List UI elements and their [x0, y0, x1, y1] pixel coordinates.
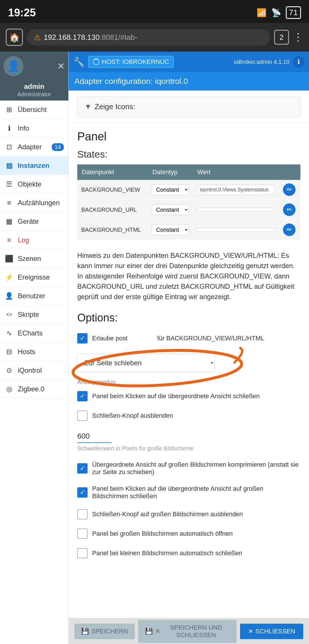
sidebar-item-szenen[interactable]: ⬛ Szenen — [0, 250, 68, 268]
sidebar-item-aufzahlungen[interactable]: ≡ Aufzählungen — [0, 194, 68, 212]
icons-collapsible[interactable]: ▼ Zeige Icons: — [77, 96, 300, 117]
sidebar-item-info[interactable]: ℹ Info — [0, 119, 68, 138]
sidebar-item-label: Aufzählungen — [18, 199, 60, 207]
content-area[interactable]: ▼ Zeige Icons: Panel States: Datenpunkt … — [69, 91, 309, 618]
close-button[interactable]: ✕ SCHLIESSEN — [240, 624, 303, 639]
wert-bg-html — [193, 220, 279, 240]
instanzen-icon: ▤ — [5, 162, 14, 170]
datenpunkt-bg-view: BACKGROUND_VIEW — [77, 180, 148, 200]
edit-col-bg-url: ✏ — [279, 200, 300, 220]
toolbar-version: ioBroker.admin 4.1.10 — [234, 59, 290, 65]
checkbox-auto-open[interactable] — [77, 529, 88, 539]
checkbox-erlaube[interactable]: ✓ — [77, 333, 88, 343]
options-title: Options: — [69, 309, 309, 329]
sidebar-item-log[interactable]: ≡ Log — [0, 231, 68, 250]
checkbox-panel-klicken[interactable]: ✓ — [77, 391, 88, 401]
sidebar-item-hosts[interactable]: ⊟ Hosts — [0, 343, 68, 361]
benutzer-icon: 👤 — [5, 292, 14, 300]
toolbar-info-icon[interactable]: ℹ — [293, 56, 304, 68]
browser-menu[interactable]: ⋮ — [293, 31, 303, 43]
col-action — [279, 164, 300, 180]
sidebar-item-label: iQontrol — [18, 366, 42, 374]
checkbox-compress[interactable]: ✓ — [77, 463, 88, 474]
gerate-icon: ▦ — [5, 217, 14, 225]
close-icon: ✕ — [248, 628, 253, 635]
top-toolbar: 🔧 HOST: IOBROKERNUC ioBroker.admin 4.1.1… — [69, 52, 309, 72]
checkbox-erlaube-label: Erlaube post für BACKGROUND_VIEW/URL/HTM… — [92, 335, 264, 342]
main-content: 🔧 HOST: IOBROKERNUC ioBroker.admin 4.1.1… — [69, 52, 309, 644]
sidebar-username: admin — [0, 81, 68, 91]
log-icon: ≡ — [5, 236, 14, 244]
sidebar-item-echarts[interactable]: ∿ ECharts — [0, 324, 68, 343]
datentyp-bg-url: Constant — [148, 200, 193, 220]
dropdown-zur-seite-container: Zur Seite schieben — [69, 351, 309, 375]
sidebar-item-label: Übersicht — [18, 106, 47, 114]
edit-button-bg-view[interactable]: ✏ — [283, 183, 296, 196]
save-close-button[interactable]: 💾 ✕ SPEICHERN UND SCHLIESSEN — [138, 620, 236, 643]
sidebar-item-skripte[interactable]: <> Skripte — [0, 305, 68, 324]
sidebar-item-iqontrol[interactable]: ⊙ iQontrol — [0, 361, 68, 380]
anzeigemodus-label: Anzeigemodus: — [69, 378, 309, 386]
save-button[interactable]: 💾 SPEICHERN — [74, 624, 135, 639]
save-icon: 💾 — [81, 628, 89, 635]
zur-seite-schieben-select[interactable]: Zur Seite schieben — [77, 354, 215, 372]
status-icons: 📶 📡 71 — [257, 6, 301, 19]
checkbox-auto-close[interactable] — [77, 548, 88, 558]
address-bar[interactable]: ⚠ 192.168.178.130:8081/#tab- — [27, 29, 270, 46]
table-row: BACKGROUND_HTML Constant ✏ — [77, 220, 300, 240]
battery-indicator: 71 — [286, 6, 301, 19]
icons-section: ▼ Zeige Icons: — [69, 91, 309, 123]
checkbox-hide-close-large[interactable] — [77, 509, 88, 519]
datentyp-bg-html: Constant — [148, 220, 193, 240]
sidebar-item-zigbee[interactable]: ◎ Zigbee.0 — [0, 380, 68, 398]
threshold-input[interactable] — [77, 430, 112, 443]
checkbox-hide-close-large-row: Schließen-Knopf auf großen Bildschirmen … — [69, 504, 309, 524]
iqontrol-icon: ⊙ — [5, 366, 14, 374]
settings-icon[interactable]: 🔧 — [73, 56, 85, 67]
checkbox-close-large-label: Panel beim Klicken auf die übergeordnete… — [92, 485, 300, 500]
checkbox-close-large[interactable]: ✓ — [77, 487, 88, 498]
szenen-icon: ⬛ — [5, 255, 14, 263]
save-label: SPEICHERN — [91, 628, 128, 635]
panel-title: Panel — [69, 123, 309, 146]
info-icon: ℹ — [5, 124, 14, 132]
edit-button-bg-html[interactable]: ✏ — [283, 223, 296, 236]
table-row: BACKGROUND_VIEW Constant iqontrol.0.View… — [77, 180, 300, 200]
col-datenpunkt: Datenpunkt — [77, 164, 148, 180]
checkbox-schliessen[interactable] — [77, 411, 88, 421]
edit-button-bg-url[interactable]: ✏ — [283, 203, 296, 216]
sidebar-item-label: Ereignisse — [18, 273, 50, 281]
close-label: SCHLIESSEN — [255, 628, 295, 635]
icons-label: Zeige Icons: — [95, 102, 135, 111]
checkbox-close-large-row: ✓ Panel beim Klicken auf die übergeordne… — [69, 480, 309, 504]
objekte-icon: ☰ — [5, 180, 14, 188]
ereignisse-icon: ⚡ — [5, 273, 14, 281]
checkbox-compress-label: Übergeordnete Ansicht auf großen Bildsch… — [92, 461, 300, 476]
sidebar-item-objekte[interactable]: ☰ Objekte — [0, 175, 68, 194]
sidebar-item-adapter[interactable]: ⊡ Adapter 14 — [0, 138, 68, 156]
echarts-icon: ∿ — [5, 329, 14, 337]
datentyp-select-bg-html[interactable]: Constant — [152, 224, 189, 235]
datentyp-select-bg-url[interactable]: Constant — [152, 204, 189, 215]
sidebar-item-label: Log — [18, 236, 29, 244]
home-button[interactable]: 🏠 — [6, 29, 23, 46]
signal-icon: 📶 — [257, 8, 267, 17]
sidebar-item-benutzer[interactable]: 👤 Benutzer — [0, 287, 68, 305]
sidebar-item-instanzen[interactable]: ▤ Instanzen — [0, 156, 68, 175]
checkbox-auto-open-label: Panel bei großen Bildschirmen automatisc… — [92, 530, 233, 537]
avatar: 👤 — [3, 56, 23, 76]
sidebar-item-gerate[interactable]: ▦ Geräte — [0, 212, 68, 231]
warning-icon: ⚠ — [34, 33, 41, 42]
app-container: 👤 ✕ admin Administrator ⊞ Übersicht ℹ In… — [0, 52, 309, 644]
sidebar-item-label: Hosts — [18, 348, 35, 356]
sidebar-item-ereignisse[interactable]: ⚡ Ereignisse — [0, 268, 68, 287]
tab-count[interactable]: 2 — [274, 30, 289, 45]
wifi-icon: 📡 — [271, 8, 281, 17]
datentyp-select-bg-view[interactable]: Constant — [152, 184, 189, 195]
sidebar-close-button[interactable]: ✕ — [57, 61, 65, 72]
col-datentyp: Datentyp — [148, 164, 193, 180]
wert-bg-url — [193, 200, 279, 220]
wert-field-bg-html — [197, 228, 275, 232]
grid-icon: ⊞ — [5, 106, 14, 114]
sidebar-item-ubersicht[interactable]: ⊞ Übersicht — [0, 101, 68, 119]
